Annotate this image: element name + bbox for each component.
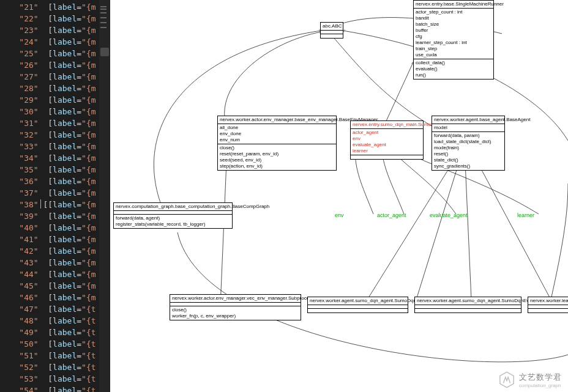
edge-label-evaluate-agent: evaluate_agent bbox=[430, 212, 468, 218]
uml-methods: close() worker_fn(p, c, env_wrapper) bbox=[170, 306, 301, 320]
code-line[interactable]: "31" [label="{m bbox=[0, 117, 99, 129]
uml-node-base-comp-graph[interactable]: nervex.computation_graph.base_computatio… bbox=[113, 202, 233, 229]
code-line[interactable]: "23" [label="{m bbox=[0, 24, 99, 36]
code-line[interactable]: "46" [label="{m bbox=[0, 292, 99, 303]
code-line[interactable]: "53" [label="{t bbox=[0, 373, 99, 385]
uml-title: nervex.entry.base.SingleMachineRunner bbox=[414, 1, 493, 9]
code-line[interactable]: "44" [label="{m bbox=[0, 268, 99, 280]
code-line[interactable]: "30" [label="{m bbox=[0, 106, 99, 117]
watermark-logo-icon bbox=[498, 371, 515, 388]
uml-node-subprocess-env-manager[interactable]: nervex.worker.actor.env_manager.vec_env_… bbox=[170, 294, 301, 320]
uml-title: nervex.worker.actor.env_manager.vec_env_… bbox=[170, 295, 301, 303]
scrollbar-thumb[interactable] bbox=[100, 48, 109, 56]
diagram-edges bbox=[110, 0, 568, 392]
code-line[interactable]: "28" [label="{m bbox=[0, 83, 99, 94]
uml-fields: actor_step_count : int bandit batch_size… bbox=[414, 9, 493, 59]
uml-node-sumo-runner[interactable]: nervex.entry.sumo_dqn_main.SumoRunner ac… bbox=[350, 120, 424, 160]
code-line[interactable]: "22" [label="{m bbox=[0, 13, 99, 24]
code-line[interactable]: "36" [label="{m bbox=[0, 176, 99, 187]
watermark-line1: 文艺数学君 bbox=[519, 372, 562, 383]
uml-fields: actor_agent env evaluate_agent learner bbox=[351, 129, 423, 155]
code-line[interactable]: "35" [label="{m bbox=[0, 164, 99, 176]
code-line[interactable]: "52" [label="{t bbox=[0, 361, 99, 373]
code-line[interactable]: "33" [label="{m bbox=[0, 141, 99, 152]
uml-methods bbox=[528, 309, 568, 312]
uml-node-sumo-evaluate-agent[interactable]: nervex.worker.agent.sumo_dqn_agent.SumoD… bbox=[414, 297, 521, 313]
edge-label-learner: learner bbox=[517, 212, 534, 218]
code-line[interactable]: "38" [[label="{m bbox=[0, 199, 99, 210]
uml-title: nervex.computation_graph.base_computatio… bbox=[114, 203, 232, 211]
uml-node-single-machine-runner[interactable]: nervex.entry.base.SingleMachineRunner ac… bbox=[413, 0, 494, 80]
watermark: 文艺数学君 computation_graph bbox=[498, 371, 562, 388]
code-line[interactable]: "26" [label="{m bbox=[0, 59, 99, 71]
uml-methods bbox=[351, 155, 423, 159]
code-line[interactable]: "39" [label="{m bbox=[0, 210, 99, 222]
watermark-line2: computation_graph bbox=[519, 383, 562, 388]
code-line[interactable]: "32" [label="{m bbox=[0, 129, 99, 141]
uml-node-abc[interactable]: abc.ABC bbox=[320, 22, 343, 39]
uml-methods bbox=[308, 309, 408, 312]
uml-title: nervex.worker.learner.su bbox=[528, 297, 568, 305]
uml-title: nervex.entry.sumo_dqn_main.SumoRunner bbox=[351, 121, 423, 129]
uml-title: nervex.worker.agent.sumo_dqn_agent.SumoD… bbox=[308, 297, 408, 305]
uml-title: abc.ABC bbox=[321, 23, 343, 31]
edge-label-actor-agent: actor_agent bbox=[377, 212, 406, 218]
code-line[interactable]: "50" [label="{t bbox=[0, 338, 99, 350]
uml-methods: close() reset(reset_param, env_id) seed(… bbox=[218, 144, 336, 170]
code-line[interactable]: "47" [label="{t bbox=[0, 303, 99, 315]
uml-node-sumo-actor-agent[interactable]: nervex.worker.agent.sumo_dqn_agent.SumoD… bbox=[307, 297, 408, 313]
code-line[interactable]: "25" [label="{m bbox=[0, 48, 99, 59]
uml-methods: forward(data, agent) register_stats(vari… bbox=[114, 215, 232, 228]
code-line[interactable]: "43" [label="{m bbox=[0, 257, 99, 268]
uml-node-base-env-manager[interactable]: nervex.worker.actor.env_manager.base_env… bbox=[217, 116, 337, 171]
edge-label-env: env bbox=[335, 212, 344, 218]
minimap-scrollbar[interactable] bbox=[99, 0, 110, 392]
uml-title: nervex.worker.actor.env_manager.base_env… bbox=[218, 116, 336, 124]
code-line[interactable]: "45" [label="{m bbox=[0, 280, 99, 292]
uml-fields: all_done env_done env_num bbox=[218, 124, 336, 144]
code-line[interactable]: "51" [label="{t bbox=[0, 350, 99, 361]
code-line[interactable]: "24" [label="{m bbox=[0, 36, 99, 48]
uml-node-base-agent[interactable]: nervex.worker.agent.base_agent.BaseAgent… bbox=[432, 116, 505, 171]
code-line[interactable]: "42" [label="{m bbox=[0, 245, 99, 257]
code-line[interactable]: "37" [label="{m bbox=[0, 187, 99, 199]
uml-title: nervex.worker.agent.base_agent.BaseAgent bbox=[432, 116, 504, 124]
uml-diagram-canvas[interactable]: abc.ABC nervex.entry.base.SingleMachineR… bbox=[110, 0, 568, 392]
code-line[interactable]: "27" [label="{m bbox=[0, 71, 99, 83]
uml-node-sumo-learner[interactable]: nervex.worker.learner.su bbox=[528, 297, 568, 313]
code-line[interactable]: "54" [label="{t bbox=[0, 385, 99, 392]
uml-title: nervex.worker.agent.sumo_dqn_agent.SumoD… bbox=[415, 297, 521, 305]
code-line[interactable]: "29" [label="{m bbox=[0, 94, 99, 106]
uml-methods: collect_data() evaluate() run() bbox=[414, 59, 493, 79]
code-line[interactable]: "49" [label="{t bbox=[0, 327, 99, 338]
code-line[interactable]: "41" [label="{m bbox=[0, 234, 99, 245]
cursor bbox=[40, 199, 41, 209]
code-line[interactable]: "40" [label="{m bbox=[0, 222, 99, 234]
uml-methods: forward(data, param) load_state_dict(sta… bbox=[432, 132, 504, 170]
code-line[interactable]: "34" [label="{m bbox=[0, 152, 99, 164]
code-line[interactable]: "21" [label="{m bbox=[0, 1, 99, 13]
uml-fields: model bbox=[432, 124, 504, 132]
code-editor[interactable]: "21" [label="{m "22" [label="{m "23" [la… bbox=[0, 0, 99, 392]
uml-methods bbox=[415, 309, 521, 312]
code-line[interactable]: "48" [label="{t bbox=[0, 315, 99, 327]
uml-methods bbox=[321, 34, 343, 38]
